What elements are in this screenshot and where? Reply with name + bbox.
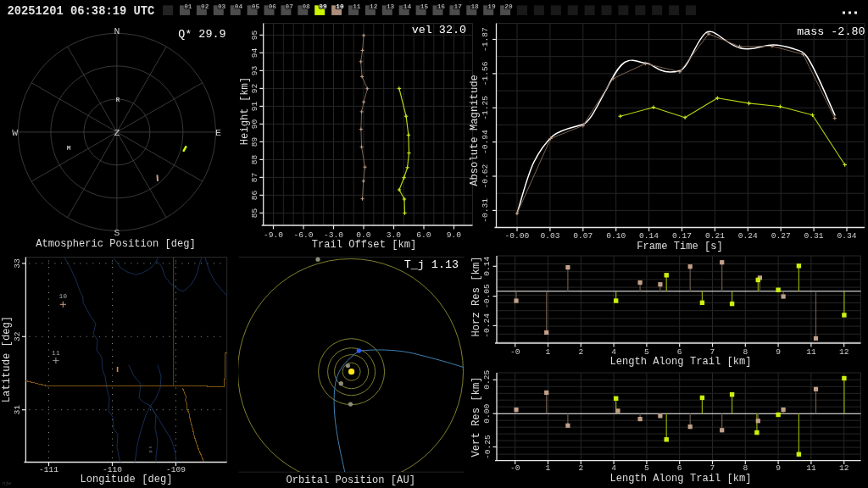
svg-text:5: 5 (644, 463, 649, 473)
svg-text:-6.0: -6.0 (293, 230, 313, 240)
svg-text:0.00: 0.00 (483, 403, 492, 423)
svg-text:09: 09 (319, 3, 327, 10)
svg-text:2: 2 (578, 347, 583, 357)
svg-text:8: 8 (743, 463, 748, 473)
svg-text:0.24: 0.24 (738, 231, 758, 241)
svg-text:89: 89 (251, 136, 260, 147)
svg-text:-0.05: -0.05 (483, 284, 492, 308)
svg-text:9: 9 (776, 463, 781, 473)
svg-text:S: S (114, 227, 120, 238)
svg-text:2: 2 (578, 463, 583, 473)
svg-text:Atmospheric Position [deg]: Atmospheric Position [deg] (36, 238, 196, 250)
svg-text:1: 1 (546, 347, 551, 357)
svg-text:0.27: 0.27 (771, 231, 791, 241)
svg-text:07: 07 (286, 3, 294, 10)
svg-text:12: 12 (839, 347, 849, 357)
svg-text:-0.62: -0.62 (481, 164, 490, 188)
svg-text:0.10: 0.10 (606, 231, 626, 241)
svg-text:33: 33 (14, 258, 23, 269)
svg-text:Orbital Position [AU]: Orbital Position [AU] (286, 474, 415, 486)
svg-text:-1.87: -1.87 (481, 27, 490, 52)
svg-text:Length Along Trail [km]: Length Along Trail [km] (610, 473, 752, 485)
svg-text:Z: Z (114, 127, 120, 138)
svg-text:vel 32.0: vel 32.0 (412, 24, 466, 36)
svg-text:93: 93 (251, 65, 260, 75)
svg-text:0.17: 0.17 (672, 231, 692, 241)
svg-text:7: 7 (710, 463, 715, 473)
svg-text:16: 16 (437, 3, 446, 10)
svg-text:11: 11 (806, 347, 816, 357)
svg-text:94: 94 (251, 47, 260, 58)
svg-text:90: 90 (251, 119, 260, 129)
svg-text:-0.00: -0.00 (505, 231, 530, 241)
svg-text:Latitude [deg]: Latitude [deg] (1, 316, 13, 402)
svg-text:Trail Offset [km]: Trail Offset [km] (312, 239, 416, 251)
svg-text:-9.0: -9.0 (264, 230, 283, 240)
svg-text:15: 15 (420, 3, 429, 10)
svg-text:9: 9 (776, 347, 781, 357)
svg-text:-0.31: -0.31 (481, 198, 490, 223)
svg-text:12: 12 (370, 3, 378, 10)
svg-text:32: 32 (14, 331, 23, 341)
svg-text:18: 18 (470, 3, 479, 10)
svg-text:1: 1 (546, 463, 551, 473)
svg-text:10: 10 (58, 292, 67, 300)
svg-text:Height [km]: Height [km] (239, 77, 251, 145)
svg-text:-1.25: -1.25 (481, 96, 490, 120)
svg-text:0.07: 0.07 (573, 231, 593, 241)
svg-text:12: 12 (839, 463, 849, 473)
svg-text:-111: -111 (39, 465, 58, 474)
svg-text:Frame Time [s]: Frame Time [s] (637, 241, 723, 252)
svg-text:01: 01 (184, 3, 192, 10)
svg-text:-0.94: -0.94 (481, 130, 490, 154)
svg-text:06: 06 (269, 3, 277, 10)
svg-text:95: 95 (251, 30, 260, 40)
svg-text:0.34: 0.34 (837, 231, 856, 241)
svg-text:19: 19 (487, 3, 496, 10)
svg-text:14: 14 (403, 3, 412, 10)
svg-text:Longitude [deg]: Longitude [deg] (81, 474, 173, 485)
svg-text:11: 11 (353, 3, 361, 10)
svg-text:92: 92 (251, 83, 260, 93)
svg-text:87: 87 (251, 173, 260, 183)
svg-text:02: 02 (201, 3, 209, 10)
svg-text:s: s (148, 446, 153, 448)
svg-text:Horz Res [km]: Horz Res [km] (470, 256, 482, 336)
svg-text:N: N (114, 25, 120, 36)
svg-text:31: 31 (14, 405, 23, 415)
svg-text:0.31: 0.31 (804, 231, 824, 241)
svg-text:Vert Res [km]: Vert Res [km] (470, 376, 482, 457)
svg-text:86: 86 (251, 190, 260, 200)
svg-text:05: 05 (252, 3, 260, 10)
svg-text:88: 88 (251, 154, 260, 164)
svg-text:6.0: 6.0 (416, 230, 431, 240)
svg-text:R: R (115, 96, 120, 103)
svg-text:-0.24: -0.24 (483, 313, 492, 338)
svg-text:W: W (12, 127, 18, 138)
svg-text:20: 20 (504, 3, 513, 10)
svg-text:11: 11 (52, 349, 60, 357)
svg-text:T_j 1.13: T_j 1.13 (404, 258, 459, 271)
svg-text:08: 08 (302, 3, 310, 10)
svg-text:Absolute Magnitude: Absolute Magnitude (469, 75, 481, 186)
svg-text:0.03: 0.03 (540, 231, 559, 241)
svg-text:03: 03 (218, 3, 226, 10)
svg-text:mass -2.80: mass -2.80 (797, 25, 865, 38)
svg-text:Q* 29.9: Q* 29.9 (178, 28, 225, 41)
svg-text:0.14: 0.14 (639, 231, 659, 241)
svg-text:17: 17 (454, 3, 463, 10)
svg-text:-1.56: -1.56 (481, 61, 490, 86)
svg-text:85: 85 (251, 208, 260, 218)
svg-text:91: 91 (251, 101, 260, 111)
svg-text:9.0: 9.0 (447, 230, 462, 240)
svg-text:20251201 06:38:19 UTC: 20251201 06:38:19 UTC (8, 5, 155, 18)
svg-text:njw: njw (3, 480, 12, 486)
svg-text:0.14: 0.14 (483, 257, 492, 276)
svg-text:-0.25: -0.25 (483, 435, 492, 459)
svg-text:11: 11 (806, 463, 816, 473)
svg-text:13: 13 (387, 3, 395, 10)
svg-text:04: 04 (235, 3, 243, 10)
svg-text:-0: -0 (510, 463, 520, 473)
svg-text:6: 6 (677, 463, 682, 473)
svg-text:E: E (215, 127, 221, 138)
